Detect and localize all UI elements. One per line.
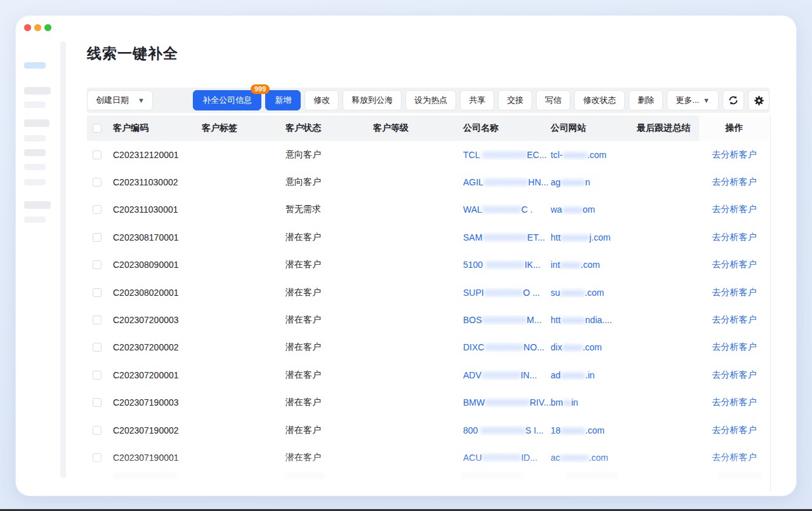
more-button[interactable]: 更多... ▼ [667, 90, 719, 110]
company-name-link[interactable]: SUPIXXXXXXXO ... [463, 288, 551, 298]
analyze-customer-link[interactable]: 去分析客户 [712, 232, 757, 242]
table-row: C202307190002 潜在客户 800 XXXXXXXXS I... 18… [87, 416, 769, 444]
analyze-customer-link[interactable]: 去分析客户 [712, 259, 757, 269]
company-name-link[interactable]: ACUXXXXXXXID... [463, 453, 551, 463]
customer-status: 潜在客户 [285, 232, 373, 243]
company-name-link[interactable]: AGILXXXXXXXXHN... [463, 177, 551, 187]
row-checkbox[interactable] [93, 315, 102, 324]
customer-status: 意向客户 [285, 176, 373, 188]
company-website-link[interactable]: adxxxxxx.in [551, 370, 637, 380]
company-website-link[interactable]: waxxxxxom [551, 204, 637, 215]
row-checkbox[interactable] [93, 233, 102, 242]
column-header-company-website: 公司网站 [551, 123, 637, 134]
row-checkbox[interactable] [93, 453, 102, 462]
sidebar-item-skeleton [24, 149, 46, 156]
company-name-link[interactable]: DIXCXXXXXXXNO... [463, 342, 551, 352]
table-row: C202311030001 暂无需求 WALXXXXXXXC . waxxxxx… [87, 196, 769, 223]
chevron-down-icon: ▼ [138, 97, 145, 104]
company-website-link[interactable]: acxxxxxxx.com [551, 453, 637, 463]
table-row: C202307190001 潜在客户 ACUXXXXXXXID... acxxx… [87, 444, 769, 471]
company-website-link[interactable]: 18xxxxxx.com [551, 425, 637, 435]
sidebar-item-skeleton [24, 179, 46, 185]
column-header-actions: 操作 [699, 116, 769, 141]
row-checkbox[interactable] [93, 343, 102, 352]
sidebar-item-skeleton [24, 216, 46, 223]
toolbar-button[interactable]: 交接 [498, 90, 532, 110]
company-website-link[interactable]: dixxxxxx.com [551, 342, 637, 352]
row-checkbox[interactable] [93, 288, 102, 297]
analyze-customer-link[interactable]: 去分析客户 [712, 204, 757, 214]
row-checkbox[interactable] [93, 178, 102, 187]
analyze-customer-link[interactable]: 去分析客户 [712, 397, 757, 407]
add-button[interactable]: 新增 [265, 90, 301, 110]
analyze-customer-link[interactable]: 去分析客户 [712, 452, 757, 462]
customer-status: 暂无需求 [285, 204, 373, 215]
toolbar-button[interactable]: 修改 [304, 90, 339, 110]
analyze-customer-link[interactable]: 去分析客户 [712, 369, 757, 380]
row-checkbox[interactable] [93, 260, 102, 269]
sidebar-active-item-skeleton [24, 62, 46, 69]
notification-badge: 999 [251, 84, 270, 94]
customer-code: C202311030002 [113, 177, 202, 187]
column-header-customer-level: 客户等级 [373, 123, 463, 134]
refresh-button[interactable] [723, 90, 744, 110]
toolbar-button[interactable]: 共享 [460, 90, 494, 110]
analyze-customer-link[interactable]: 去分析客户 [712, 425, 757, 435]
toolbar-button[interactable]: 删除 [629, 90, 663, 110]
settings-gear-icon [754, 95, 764, 106]
customer-status: 潜在客户 [285, 369, 373, 381]
company-website-link[interactable]: tcl-xxxxxx.com [551, 150, 637, 160]
company-name-link[interactable]: WALXXXXXXXC . [463, 204, 551, 215]
row-checkbox[interactable] [93, 205, 102, 214]
select-all-checkbox[interactable] [93, 124, 102, 133]
company-website-link[interactable]: bmxxin [551, 397, 637, 408]
toolbar-button[interactable]: 修改状态 [574, 90, 625, 110]
company-website-link[interactable]: agxxxxxxn [551, 177, 637, 187]
sidebar-divider-strip [60, 41, 66, 478]
company-website-link[interactable]: suxxxxxx.com [551, 288, 637, 298]
company-name-link[interactable]: SAMXXXXXXXXET... [463, 232, 551, 242]
chevron-down-icon: ▼ [703, 97, 710, 104]
refresh-icon [728, 95, 738, 105]
analyze-customer-link[interactable]: 去分析客户 [712, 176, 757, 187]
main-content: 线索一键补全 创建日期 ▼ 补全公司信息 999 新增 修改释放到公海设为热点共… [87, 16, 769, 496]
table-body: C202312120001 意向客户 TCL XXXXXXXXEC... tcl… [87, 141, 769, 472]
customer-code: C202308090001 [113, 260, 202, 270]
sidebar-item-skeleton [24, 102, 46, 108]
company-name-link[interactable]: BMWXXXXXXXXRIV... [463, 397, 551, 408]
row-checkbox[interactable] [93, 150, 102, 159]
company-website-link[interactable]: httxxxxxxxj.com [551, 232, 637, 242]
company-name-link[interactable]: 5100 XXXXXXXIK... [463, 260, 551, 270]
customer-code: C202307200003 [113, 315, 202, 325]
toolbar-button[interactable]: 设为热点 [405, 90, 456, 110]
company-name-link[interactable]: 800 XXXXXXXXS I... [463, 425, 551, 435]
screen: { "window": { "traffic_lights": [ {"name… [0, 0, 812, 511]
toolbar-button[interactable]: 释放到公海 [343, 90, 402, 110]
date-filter-label: 创建日期 [96, 95, 129, 106]
column-header-last-followup: 最后跟进总结 [637, 123, 699, 134]
date-filter-dropdown[interactable]: 创建日期 ▼ [87, 90, 153, 110]
analyze-customer-link[interactable]: 去分析客户 [712, 149, 757, 159]
table-row: C202307190003 潜在客户 BMWXXXXXXXXRIV... bmx… [87, 389, 769, 416]
company-website-link[interactable]: intxxxxx.com [551, 260, 637, 270]
minimize-window-dot[interactable] [34, 24, 41, 31]
table-row: C202308090001 潜在客户 5100 XXXXXXXIK... int… [87, 251, 769, 279]
table-row: C202307200001 潜在客户 ADVXXXXXXXIN... adxxx… [87, 361, 769, 388]
company-name-link[interactable]: TCL XXXXXXXXEC... [463, 150, 551, 160]
row-checkbox[interactable] [93, 371, 102, 380]
company-website-link[interactable]: httxxxxxxndia.... [551, 315, 637, 325]
zoom-window-dot[interactable] [44, 24, 51, 31]
page-title: 线索一键补全 [87, 44, 178, 63]
company-name-link[interactable]: BOSXXXXXXXXM... [463, 315, 551, 325]
analyze-customer-link[interactable]: 去分析客户 [712, 314, 757, 324]
analyze-customer-link[interactable]: 去分析客户 [712, 287, 757, 297]
row-checkbox[interactable] [93, 398, 102, 407]
close-window-dot[interactable] [24, 24, 31, 31]
analyze-customer-link[interactable]: 去分析客户 [712, 342, 757, 352]
company-name-link[interactable]: ADVXXXXXXXIN... [463, 370, 551, 380]
toolbar-button[interactable]: 写信 [536, 90, 570, 110]
table-header-row: 客户编码 客户标签 客户状态 客户等级 公司名称 公司网站 最后跟进总结 操作 [87, 116, 769, 141]
complete-company-info-button[interactable]: 补全公司信息 [193, 90, 261, 110]
settings-button[interactable] [748, 90, 769, 110]
row-checkbox[interactable] [93, 426, 102, 435]
